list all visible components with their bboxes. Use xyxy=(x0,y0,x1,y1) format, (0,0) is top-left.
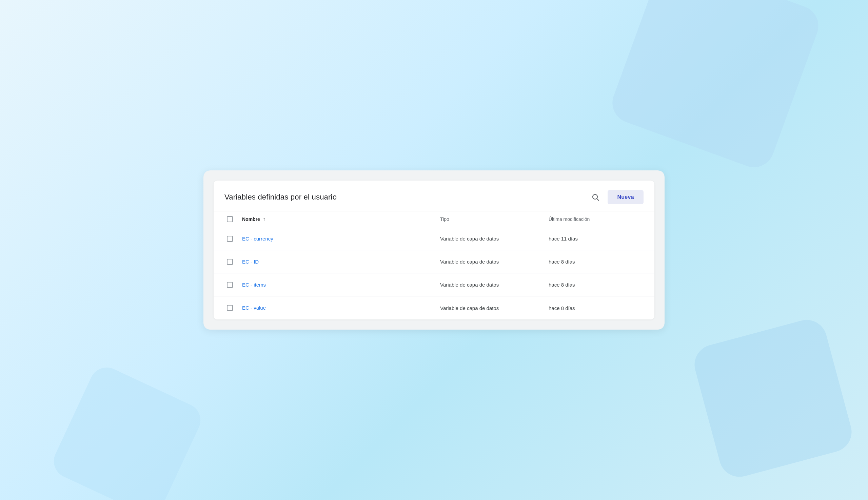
search-button[interactable] xyxy=(589,190,602,204)
row-checkbox-cell[interactable] xyxy=(220,282,240,288)
page-title: Variables definidas por el usuario xyxy=(224,193,337,202)
sort-asc-icon: ↑ xyxy=(263,216,266,222)
svg-line-1 xyxy=(597,199,599,201)
column-nombre-label: Nombre xyxy=(242,216,260,222)
row-nombre-link-1[interactable]: EC - currency xyxy=(242,236,273,241)
row-checkbox-3[interactable] xyxy=(227,282,233,288)
table-body: EC - currency Variable de capa de datos … xyxy=(214,227,654,319)
card-header: Variables definidas por el usuario Nueva xyxy=(214,181,654,212)
table-row[interactable]: EC - currency Variable de capa de datos … xyxy=(214,227,654,250)
column-ultima-label: Última modificación xyxy=(549,216,590,222)
row-tipo-cell-2: Variable de capa de datos xyxy=(440,259,549,264)
bg-decoration-left xyxy=(48,362,206,500)
row-nombre-cell-3: EC - items xyxy=(240,282,440,288)
header-actions: Nueva xyxy=(589,190,644,204)
row-tipo-cell-1: Variable de capa de datos xyxy=(440,236,549,241)
table-row[interactable]: EC - value Variable de capa de datos hac… xyxy=(214,296,654,319)
inner-card: Variables definidas por el usuario Nueva xyxy=(214,181,654,319)
table-row[interactable]: EC - items Variable de capa de datos hac… xyxy=(214,273,654,296)
row-nombre-link-3[interactable]: EC - items xyxy=(242,282,266,287)
row-nombre-link-2[interactable]: EC - ID xyxy=(242,259,259,264)
row-checkbox-cell[interactable] xyxy=(220,236,240,242)
row-ultima-cell-1: hace 11 días xyxy=(549,236,644,241)
select-all-checkbox[interactable] xyxy=(227,216,233,222)
row-tipo-cell-4: Variable de capa de datos xyxy=(440,305,549,311)
column-header-nombre[interactable]: Nombre ↑ xyxy=(240,216,440,222)
outer-card: Variables definidas por el usuario Nueva xyxy=(203,170,665,330)
column-header-tipo[interactable]: Tipo xyxy=(440,216,549,222)
nueva-button[interactable]: Nueva xyxy=(608,190,644,204)
column-tipo-label: Tipo xyxy=(440,216,449,222)
row-tipo-cell-3: Variable de capa de datos xyxy=(440,282,549,287)
row-nombre-cell-4: EC - value xyxy=(240,305,440,311)
row-checkbox-cell[interactable] xyxy=(220,259,240,265)
table-header-row: Nombre ↑ Tipo Última modificación xyxy=(214,212,654,227)
row-checkbox-cell[interactable] xyxy=(220,305,240,311)
select-all-cell[interactable] xyxy=(220,216,240,222)
variables-table: Nombre ↑ Tipo Última modificación EC - c… xyxy=(214,212,654,319)
row-checkbox-2[interactable] xyxy=(227,259,233,265)
table-row[interactable]: EC - ID Variable de capa de datos hace 8… xyxy=(214,250,654,273)
row-checkbox-4[interactable] xyxy=(227,305,233,311)
row-ultima-cell-3: hace 8 días xyxy=(549,282,644,287)
row-ultima-cell-2: hace 8 días xyxy=(549,259,644,264)
row-ultima-cell-4: hace 8 días xyxy=(549,305,644,311)
row-nombre-link-4[interactable]: EC - value xyxy=(242,305,266,311)
row-nombre-cell-2: EC - ID xyxy=(240,259,440,265)
row-checkbox-1[interactable] xyxy=(227,236,233,242)
column-header-ultima-modificacion[interactable]: Última modificación xyxy=(549,216,644,222)
row-nombre-cell-1: EC - currency xyxy=(240,236,440,242)
search-icon xyxy=(591,193,600,201)
